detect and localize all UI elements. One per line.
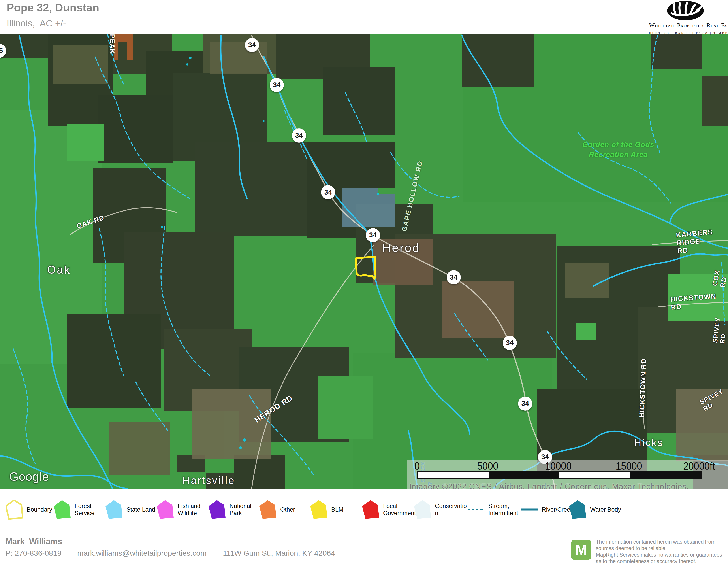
legend-label: Boundary	[27, 506, 55, 513]
legend-label: Stream, Intermittent	[488, 503, 525, 517]
footer: Mark Williams P: 270-836-0819 mark.willi…	[0, 530, 728, 563]
page-subtitle: Illinois, AC +/-	[7, 18, 66, 29]
brand-tagline: HUNTING | RANCH | FARM | TIMBER	[649, 31, 722, 35]
route-shield-34: 34	[518, 397, 532, 411]
scale-tick-5000: 5000	[477, 460, 498, 472]
legend-swatch-poly-icon	[569, 500, 587, 520]
google-logo: Google	[9, 470, 49, 483]
map-label-karbers-ridge-rd: KARBERS RIDGE RD	[676, 228, 715, 255]
route-shield-34: 34	[321, 185, 335, 199]
legend-swatch-poly-icon	[53, 500, 71, 520]
legend-item-boundary: Boundary	[6, 500, 55, 520]
legend-label: Water Body	[590, 506, 623, 513]
page-title: Pope 32, Dunstan	[7, 1, 99, 14]
map-label-hartsville: Hartsville	[182, 475, 235, 486]
scale-tick-20000ft: 20000ft	[683, 460, 715, 472]
legend-label: National Park	[229, 503, 255, 517]
map-legend: BoundaryForest ServiceState LandFish and…	[0, 489, 728, 530]
legend-item-other: Other	[259, 500, 302, 520]
legend-item-forest-service: Forest Service	[53, 500, 99, 520]
agent-address: 111W Gum St., Marion, KY 42064	[223, 549, 335, 557]
legend-swatch-poly-icon	[156, 500, 174, 520]
route-shield-34: 34	[447, 270, 461, 285]
scale-tick-0: 0	[414, 460, 420, 472]
route-shield-34: 34	[270, 78, 284, 92]
legend-swatch-poly-icon	[105, 500, 123, 520]
legend-swatch-boundary-icon	[6, 500, 23, 520]
map-label-garden-of-the-gods-recreation-area: Garden of the Gods Recreation Area	[582, 140, 654, 159]
map-canvas: 05000100001500020000ft Imagery ©2022 CNE…	[0, 34, 728, 489]
legend-label: Conservation	[435, 503, 468, 517]
scale-tick-10000: 10000	[545, 460, 572, 472]
header: Pope 32, Dunstan Illinois, AC +/- Whitet…	[0, 0, 728, 34]
legend-swatch-poly-icon	[414, 500, 431, 520]
map-label-spivey-rd: SPIVEY RD	[711, 317, 728, 344]
brand-divider	[658, 30, 713, 30]
agent-phone: P: 270-836-0819	[6, 549, 61, 557]
legend-item-state-land: State Land	[105, 500, 160, 520]
map-label-herod: Herod	[382, 241, 420, 254]
map-label-hickstown-rd: HICKSTOWN RD	[670, 292, 717, 311]
route-shield-34: 34	[503, 336, 517, 350]
route-shield-34: 34	[366, 228, 380, 242]
agent-email: mark.williams@whitetailproperties.com	[77, 549, 207, 557]
legend-item-blm: BLM	[310, 500, 351, 520]
imagery-attribution: Imagery ©2022 CNES / Airbus, Landsat / C…	[409, 482, 728, 489]
legend-label: Local Government	[383, 503, 417, 517]
legend-swatch-poly-icon	[362, 500, 380, 520]
legend-label: Fish and Wildlife	[178, 503, 203, 517]
disclaimer-text: The information contained herein was obt…	[596, 539, 728, 563]
mapright-export-page: 05000100001500020000ft Imagery ©2022 CNE…	[0, 0, 728, 563]
legend-item-stream-intermittent: Stream, Intermittent	[467, 500, 525, 520]
satellite-map-image	[0, 34, 728, 489]
route-shield-34: 34	[245, 38, 259, 52]
legend-item-conservation: Conservation	[414, 500, 468, 520]
agent-name: Mark Williams	[6, 537, 62, 546]
legend-swatch-poly-icon	[310, 500, 328, 520]
brand-block: Whitetail Properties Real Estate HUNTING…	[649, 0, 722, 35]
whitetail-antler-logo-icon	[667, 0, 704, 21]
state-land-overlay	[342, 188, 395, 227]
brand-name: Whitetail Properties Real Estate	[649, 22, 722, 29]
map-label-hicks: Hicks	[634, 437, 664, 448]
legend-label: BLM	[331, 506, 351, 513]
mapright-logo: M	[571, 540, 591, 560]
legend-label: State Land	[126, 506, 160, 513]
legend-swatch-dash-icon	[467, 500, 485, 520]
legend-item-fish-and-wildlife: Fish and Wildlife	[156, 500, 203, 520]
legend-swatch-line-icon	[521, 500, 538, 520]
map-label-oak: Oak	[47, 263, 71, 276]
scale-tick-15000: 15000	[616, 460, 642, 472]
legend-item-water-body: Water Body	[569, 500, 623, 520]
legend-label: Other	[280, 506, 302, 513]
legend-swatch-poly-icon	[208, 500, 226, 520]
legend-item-local-government: Local Government	[362, 500, 417, 520]
legend-label: Forest Service	[75, 503, 99, 517]
route-shield-34: 34	[292, 128, 306, 143]
scale-bar	[417, 471, 702, 479]
map-label-peak: PEAK	[109, 34, 116, 54]
map-label-cox-rd: COX RD	[711, 269, 728, 288]
legend-swatch-poly-icon	[259, 500, 277, 520]
legend-item-national-park: National Park	[208, 500, 255, 520]
